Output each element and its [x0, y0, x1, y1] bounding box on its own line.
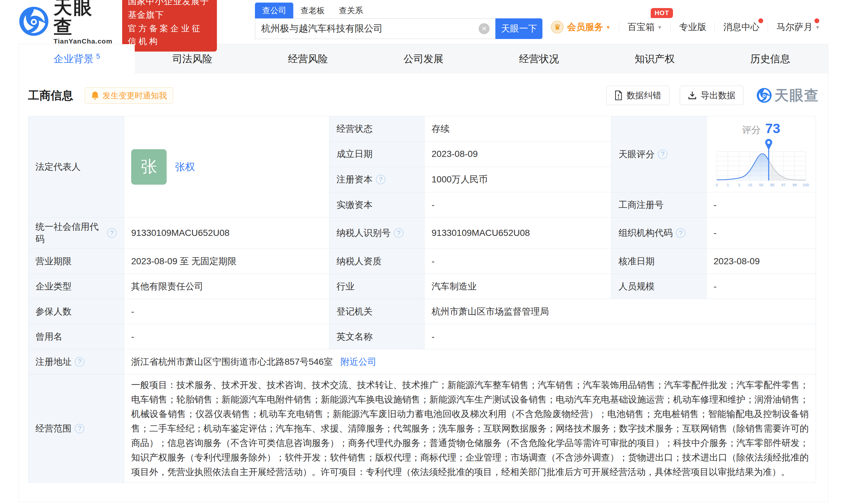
field-value-reg-number: -: [706, 192, 816, 217]
field-label-business-term: 营业期限: [29, 249, 124, 274]
field-value-established: 2023-08-09: [425, 142, 611, 167]
field-value-org-code: -: [706, 217, 816, 249]
tab-history-info[interactable]: 历史信息: [712, 44, 828, 73]
chevron-down-icon: ▼: [657, 24, 662, 30]
tab-company-development[interactable]: 公司发展: [366, 44, 482, 73]
hot-badge: HOT: [651, 8, 673, 18]
field-label-former-name: 曾用名: [29, 324, 124, 349]
tab-operating-risk[interactable]: 经营风险: [250, 44, 366, 73]
field-value-company-type: 其他有限责任公司: [124, 274, 329, 299]
tab-label: 司法风险: [173, 52, 212, 66]
help-icon[interactable]: [394, 228, 403, 238]
field-value-registry: 杭州市萧山区市场监督管理局: [425, 299, 816, 324]
svg-text:99: 99: [793, 183, 797, 187]
nav-toolbox[interactable]: HOT 百宝箱 ▼: [619, 21, 670, 33]
field-value-taxpayer-quality: -: [425, 249, 611, 274]
field-label-legal-rep: 法定代表人: [29, 116, 124, 217]
address-text: 浙江省杭州市萧山区宁围街道市心北路857号546室: [131, 357, 332, 367]
search-input[interactable]: [261, 23, 479, 34]
chevron-down-icon: ▼: [606, 24, 610, 30]
chevron-down-icon: ▼: [815, 24, 820, 30]
business-info-table: 法定代表人 张 张权 经营状态 存续 天眼评分 评分73: [28, 116, 816, 483]
watermark-text: 天眼查: [774, 86, 819, 105]
field-value-paid-capital: -: [425, 192, 611, 217]
field-value-credit-code: 91330109MACU652U08: [124, 217, 329, 249]
field-label-established: 成立日期: [329, 142, 425, 167]
tianyan-score-chart-cell[interactable]: 评分73: [706, 116, 816, 192]
nav-message-center[interactable]: 消息中心: [715, 21, 768, 33]
field-value-former-name: -: [124, 324, 329, 349]
notification-dot: [758, 18, 763, 23]
search-tab-boss[interactable]: 查老板: [293, 3, 332, 18]
search-tab-relation[interactable]: 查关系: [332, 3, 370, 18]
tab-operating-status[interactable]: 经营状况: [481, 44, 597, 73]
help-icon[interactable]: [75, 424, 85, 433]
tab-label: 经营状况: [519, 52, 559, 66]
field-label-industry: 行业: [329, 274, 425, 299]
top-header: 天眼查 TianYanCha.com 国家中小企业发展子基金旗下 官方备案企业征…: [0, 0, 847, 42]
field-label-company-type: 企业类型: [29, 274, 124, 299]
tab-label: 历史信息: [750, 52, 790, 66]
svg-text:100: 100: [803, 183, 809, 187]
notify-on-change-button[interactable]: 发生变更时通知我: [85, 87, 173, 104]
nav-pro-version[interactable]: 专业版: [671, 21, 715, 33]
address-label: 注册地址: [35, 356, 72, 368]
help-icon[interactable]: [376, 175, 385, 184]
field-label-registry: 登记机关: [329, 299, 425, 324]
field-label-english-name: 英文名称: [329, 324, 425, 349]
svg-text:97: 97: [781, 183, 786, 187]
org-code-label: 组织机构代码: [618, 227, 673, 239]
business-scope-text: 一般项目：技术服务、技术开发、技术咨询、技术交流、技术转让、技术推广；新能源汽车…: [131, 378, 809, 479]
top-nav: ♛ 会员服务 ▼ HOT 百宝箱 ▼ 专业版 消息中心 马尔萨月 ▼: [542, 17, 828, 37]
tab-company-background[interactable]: 企业背景 5: [19, 44, 135, 73]
tab-intellectual-property[interactable]: 知识产权: [597, 44, 713, 73]
watermark-logo: 天眼查: [756, 86, 819, 105]
tianyancha-logo-icon: [19, 6, 49, 36]
score-value: 73: [765, 121, 780, 136]
field-label-business-scope: 经营范围: [29, 375, 124, 483]
legal-rep-link[interactable]: 张权: [175, 160, 195, 174]
field-label-approval-date: 核准日期: [611, 249, 706, 274]
field-value-industry: 汽车制造业: [425, 274, 611, 299]
search-tab-company[interactable]: 查公司: [255, 3, 293, 18]
brand-name: 天眼查: [54, 0, 112, 37]
svg-text:85: 85: [770, 183, 774, 187]
help-icon[interactable]: [676, 228, 686, 238]
business-info-card: 工商信息 发生变更时通知我 数据纠错: [19, 73, 828, 502]
field-label-paid-capital: 实缴资本: [329, 192, 425, 217]
taxpayer-id-label: 纳税人识别号: [337, 227, 391, 239]
field-value-status: 存续: [425, 116, 611, 142]
search-box: ✕: [255, 18, 495, 39]
field-label-address: 注册地址: [29, 349, 124, 375]
field-value-staff-size: -: [706, 274, 816, 299]
help-icon[interactable]: [107, 228, 117, 238]
tab-label: 企业背景: [54, 52, 93, 66]
clear-search-icon[interactable]: ✕: [479, 23, 490, 34]
field-label-staff-size: 人员规模: [611, 274, 706, 299]
svg-text:3: 3: [738, 183, 740, 187]
field-value-taxpayer-id: 91330109MACU652U08: [425, 217, 611, 249]
field-value-reg-capital: 1000万人民币: [425, 167, 611, 192]
field-value-english-name: -: [425, 324, 816, 349]
search-tabs: 查公司 查老板 查关系: [255, 3, 542, 18]
field-label-taxpayer-id: 纳税人识别号: [329, 217, 425, 249]
help-icon[interactable]: [75, 357, 85, 367]
nearby-companies-link[interactable]: 附近公司: [340, 357, 376, 367]
export-data-button[interactable]: 导出数据: [680, 86, 743, 105]
score-label: 评分: [742, 125, 761, 135]
nav-messages-label: 消息中心: [723, 21, 759, 33]
nav-user-menu[interactable]: 马尔萨月 ▼: [768, 21, 828, 33]
tab-judicial-risk[interactable]: 司法风险: [135, 44, 250, 73]
search-button[interactable]: 天眼一下: [495, 18, 542, 39]
field-value-business-term: 2023-08-09 至 无固定期限: [124, 249, 329, 274]
tianyan-score-label: 天眼评分: [618, 148, 654, 161]
tab-label: 公司发展: [403, 52, 444, 66]
avatar[interactable]: 张: [131, 149, 167, 185]
data-correction-button[interactable]: 数据纠错: [606, 86, 669, 105]
tianyancha-logo[interactable]: 天眼查 TianYanCha.com: [19, 0, 112, 45]
credit-code-label: 统一社会信用代码: [35, 221, 104, 245]
section-title: 工商信息: [28, 88, 73, 103]
help-icon[interactable]: [658, 149, 667, 159]
nav-vip-services[interactable]: ♛ 会员服务 ▼: [542, 21, 619, 34]
certification-badge-line1: 国家中小企业发展子基金旗下: [128, 0, 212, 22]
